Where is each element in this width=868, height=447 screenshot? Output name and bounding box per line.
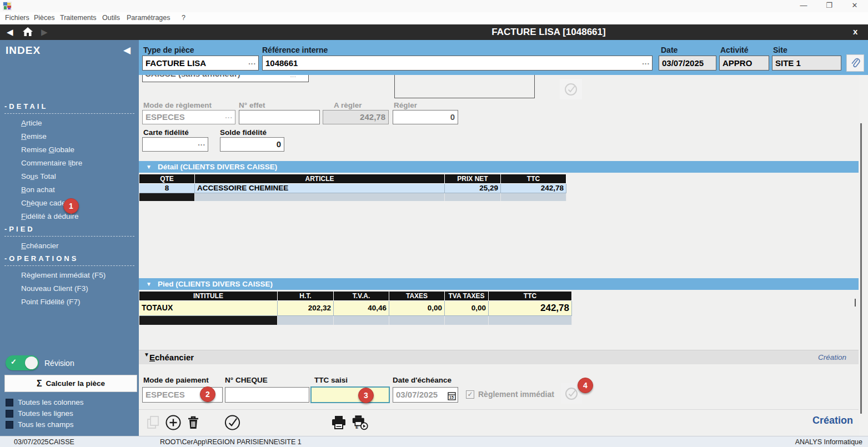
collapse-arrow-icon[interactable]: ▼ xyxy=(146,164,152,170)
menu-outils[interactable]: Outils xyxy=(102,14,120,22)
checkbox-icon[interactable] xyxy=(6,421,13,429)
effet-field[interactable] xyxy=(239,110,320,124)
collapse-arrow-icon[interactable]: ▼ xyxy=(146,281,152,287)
col-tva[interactable]: T.V.A. xyxy=(334,292,389,301)
mode-reglement-label: Mode de règlement xyxy=(143,101,212,109)
cheque-field[interactable] xyxy=(225,387,309,403)
sidebar-item-remise[interactable]: Remise xyxy=(21,132,47,140)
checkbox-tous-champs[interactable]: Tous les champs xyxy=(6,420,74,429)
printer-send-icon: E xyxy=(352,414,369,431)
home-icon[interactable] xyxy=(22,27,33,39)
mode-reglement-field[interactable]: ESPECES ... xyxy=(142,110,235,124)
minimize-button[interactable]: — xyxy=(791,0,816,12)
effet-label: N° effet xyxy=(239,101,265,109)
mode-status: Création xyxy=(812,415,853,426)
pied-table-row[interactable]: TOTAUX 202,32 40,46 0,00 0,00 242,78 xyxy=(139,301,572,316)
date-field: 03/07/2025 xyxy=(659,56,716,71)
step-badge-1: 1 xyxy=(63,198,79,214)
regler-field[interactable]: 0 xyxy=(393,110,458,124)
scrollbar-track[interactable] xyxy=(859,75,868,436)
sidebar-item-commentaire-libre[interactable]: Commentaire libre xyxy=(21,159,82,167)
section-pied: -PIED xyxy=(4,225,134,237)
col-qte[interactable]: QTE xyxy=(139,174,195,184)
print-button[interactable] xyxy=(330,414,347,431)
col-tva-taxes[interactable]: TVA TAXES xyxy=(445,292,489,301)
sidebar-item-article[interactable]: Article xyxy=(21,119,42,127)
ttc-saisi-field[interactable] xyxy=(310,386,390,403)
validate-payment-button[interactable] xyxy=(560,79,582,99)
app-window: — ❐ ✕ Fichiers Pièces Traitements Outils… xyxy=(0,0,868,447)
scrollbar-thumb[interactable] xyxy=(860,123,862,414)
sidebar-item-point-fidelite[interactable]: Point Fidélité (F7) xyxy=(21,298,81,306)
echeancier-title: Echéancier xyxy=(149,353,194,362)
pied-table-empty-row xyxy=(139,316,572,325)
reglement-immediat-checkbox[interactable]: ✓ xyxy=(466,390,474,399)
sidebar-item-echeancier[interactable]: Echéancier xyxy=(21,242,59,250)
window-titlebar: — ❐ ✕ xyxy=(0,0,868,12)
confirm-button[interactable] xyxy=(224,414,241,431)
delete-echeance-button[interactable] xyxy=(184,414,202,431)
echeancier-section-header[interactable]: ▼ Echéancier Création xyxy=(139,350,859,364)
col-taxes[interactable]: TAXES xyxy=(389,292,445,301)
pied-section-header[interactable]: ▼Pied (CLIENTS DIVERS CAISSE) xyxy=(139,278,859,290)
sidebar-item-remise-globale[interactable]: Remise Globale xyxy=(21,145,74,154)
document-close-icon[interactable]: x xyxy=(853,27,857,36)
sidebar-item-bon-achat[interactable]: Bon achat xyxy=(21,185,55,194)
status-caisse: CAISSE xyxy=(49,438,74,446)
checkbox-toutes-colonnes[interactable]: Toutes les colonnes xyxy=(6,398,84,406)
revision-toggle[interactable]: ✓ xyxy=(6,355,39,370)
collapse-arrow-icon[interactable]: ▼ xyxy=(144,351,149,358)
checkbox-toutes-lignes[interactable]: Toutes les lignes xyxy=(6,409,73,418)
col-ht[interactable]: H.T. xyxy=(278,292,334,301)
comment-box[interactable] xyxy=(394,75,535,98)
menu-parametrages[interactable]: Paramétrages xyxy=(127,14,170,22)
reference-field[interactable]: 1048661 ... xyxy=(262,56,653,71)
document-nav-bar: ◀ ▶ FACTURE LISA [1048661] x xyxy=(0,24,868,40)
cheque-label: N° CHEQUE xyxy=(225,376,268,384)
menu-help[interactable]: ? xyxy=(182,14,185,22)
sidebar-item-sous-total[interactable]: Sous Total xyxy=(21,172,56,180)
date-echeance-field[interactable]: 03/07/2025 15 xyxy=(393,387,458,403)
date-label: Date xyxy=(661,46,678,54)
check-circle-icon xyxy=(564,82,578,97)
col-ttc-total[interactable]: TTC xyxy=(489,292,572,301)
app-icon xyxy=(3,2,12,11)
menu-fichiers[interactable]: Fichiers xyxy=(5,14,29,22)
back-arrow-icon[interactable]: ◀ xyxy=(7,27,13,37)
pied-mini-scrollbar[interactable] xyxy=(855,299,856,307)
maximize-button[interactable]: ❐ xyxy=(816,0,842,12)
calendar-icon[interactable]: 15 xyxy=(448,390,456,405)
carte-fidelite-field[interactable]: ... xyxy=(142,137,208,152)
carte-fidelite-browse[interactable]: ... xyxy=(198,137,205,150)
col-ttc[interactable]: TTC xyxy=(501,174,566,184)
mode-reglement-browse[interactable]: ... xyxy=(225,109,233,123)
type-piece-browse[interactable]: ... xyxy=(248,55,256,69)
menu-pieces[interactable]: Pièces xyxy=(34,14,55,22)
col-intitule[interactable]: INTITULE xyxy=(139,292,278,301)
carte-fidelite-label: Carte fidélité xyxy=(143,128,189,137)
sidebar-item-reglement-immediat[interactable]: Règlement immédiat (F5) xyxy=(21,271,106,279)
solde-fidelite-label: Solde fidélité xyxy=(220,128,267,137)
checkbox-icon[interactable] xyxy=(6,410,13,418)
menu-traitements[interactable]: Traitements xyxy=(60,14,97,22)
col-article[interactable]: ARTICLE xyxy=(195,174,445,184)
section-operations: -OPERATIONS xyxy=(4,254,134,266)
close-button[interactable]: ✕ xyxy=(842,0,867,12)
calculer-piece-button[interactable]: Σ Calculer la pièce xyxy=(4,375,137,392)
activite-field: APPRO xyxy=(719,56,769,71)
toolbar-separator xyxy=(139,409,859,410)
type-piece-field[interactable]: FACTURE LISA ... xyxy=(142,56,259,71)
attachment-button[interactable] xyxy=(846,54,864,72)
col-prix-net[interactable]: PRIX NET xyxy=(445,174,501,184)
caisse-field-clipped[interactable]: CAISSE (sans afficheur) ... xyxy=(142,75,309,82)
forward-arrow-icon[interactable]: ▶ xyxy=(41,27,48,37)
reference-browse[interactable]: ... xyxy=(642,55,650,69)
detail-section-header[interactable]: ▼Détail (CLIENTS DIVERS CAISSE) xyxy=(139,161,859,173)
checkbox-icon[interactable] xyxy=(6,399,13,406)
sidebar-item-nouveau-client[interactable]: Nouveau Client (F3) xyxy=(21,284,88,293)
add-echeance-button[interactable] xyxy=(164,414,182,431)
detail-table-row[interactable]: 8 ACCESSOIRE CHEMINEE 25,29 242,78 xyxy=(139,184,566,193)
solde-fidelite-field[interactable]: 0 xyxy=(220,137,284,152)
print-send-button[interactable]: E xyxy=(352,414,369,431)
sidebar-collapse-icon[interactable]: ◀ xyxy=(123,44,131,56)
